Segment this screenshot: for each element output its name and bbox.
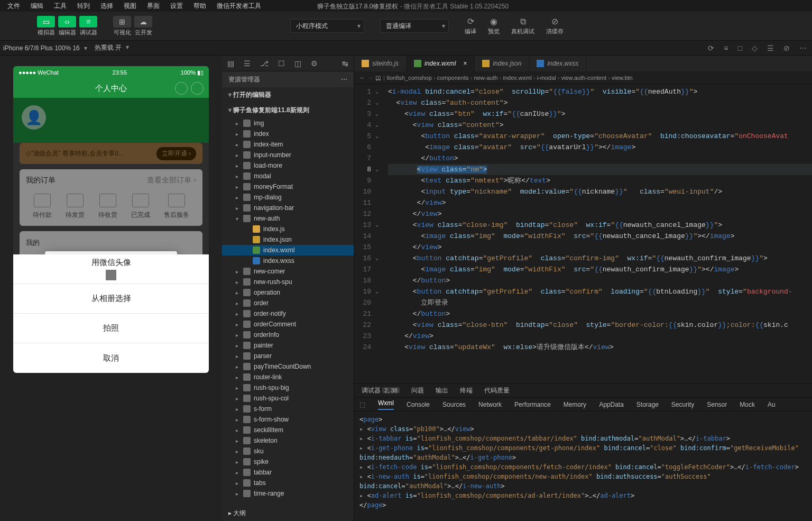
dbg-tab-1[interactable]: 问题 bbox=[409, 386, 426, 395]
menu-tools[interactable]: 工具 bbox=[49, 1, 72, 12]
devtools-tab-sources[interactable]: Sources bbox=[442, 401, 466, 408]
folder-img[interactable]: img bbox=[222, 118, 354, 129]
menu-view[interactable]: 视图 bbox=[118, 1, 142, 12]
hot-reload-toggle[interactable]: 热重载 开 bbox=[95, 43, 127, 52]
capsule-menu-icon[interactable] bbox=[175, 82, 188, 95]
sheet-take-photo[interactable]: 拍照 bbox=[13, 314, 209, 343]
project-heading[interactable]: 狮子鱼修复前端11.8新规则 bbox=[222, 103, 354, 118]
bc-back-icon[interactable]: ← bbox=[359, 75, 365, 81]
tab-siteinfo.js[interactable]: siteinfo.js bbox=[354, 56, 407, 71]
folder-index-item[interactable]: index-item bbox=[222, 139, 354, 150]
folder-new-rush-spu[interactable]: new-rush-spu bbox=[222, 277, 354, 287]
folder-sku[interactable]: sku bbox=[222, 446, 354, 456]
folder-s-form-show[interactable]: s-form-show bbox=[222, 414, 354, 425]
sheet-wechat-avatar[interactable]: 用微信头像 bbox=[13, 254, 209, 284]
folder-index[interactable]: index bbox=[222, 129, 354, 139]
remote-debug-icon[interactable]: ⧉ bbox=[520, 17, 526, 26]
folder-new-auth[interactable]: new-auth bbox=[222, 213, 354, 224]
devbar-refresh-icon[interactable]: ⟳ bbox=[708, 44, 714, 52]
folder-time-range[interactable]: time-range bbox=[222, 488, 354, 499]
folder-modal[interactable]: modal bbox=[222, 171, 354, 181]
folder-order-notify[interactable]: order-notify bbox=[222, 308, 354, 319]
devtools-tab-console[interactable]: Console bbox=[407, 401, 430, 408]
menu-interface[interactable]: 界面 bbox=[142, 1, 165, 12]
devbar-more-icon[interactable]: ⋯ bbox=[799, 44, 807, 52]
folder-input-number[interactable]: input-number bbox=[222, 150, 354, 160]
folder-painter[interactable]: painter bbox=[222, 340, 354, 351]
menu-file[interactable]: 文件 bbox=[2, 1, 25, 12]
menu-edit[interactable]: 编辑 bbox=[25, 1, 49, 12]
folder-seckillItem[interactable]: seckillItem bbox=[222, 425, 354, 435]
folder-navigation-bar[interactable]: navigation-bar bbox=[222, 203, 354, 213]
device-select[interactable]: iPhone 6/7/8 Plus 100% 16 bbox=[3, 44, 85, 52]
explorer-files-icon[interactable]: ▤ bbox=[227, 59, 234, 68]
devtools-tab-au[interactable]: Au bbox=[768, 401, 776, 408]
file-index-wxss[interactable]: index.wxss bbox=[222, 255, 354, 266]
explorer-box-icon[interactable]: ◫ bbox=[294, 59, 301, 68]
dbg-tab-4[interactable]: 代码质量 bbox=[482, 386, 512, 395]
devtools-tab-wxml[interactable]: Wxml bbox=[378, 399, 394, 410]
devtools-tab-memory[interactable]: Memory bbox=[564, 401, 586, 408]
devbar-icon-5[interactable]: ☰ bbox=[767, 44, 774, 52]
devbar-icon-4[interactable]: ◇ bbox=[752, 44, 758, 52]
folder-moneyFormat[interactable]: moneyFormat bbox=[222, 181, 354, 192]
debugger-button[interactable]: ≡ bbox=[79, 16, 97, 28]
devtools-tab-network[interactable]: Network bbox=[478, 401, 502, 408]
vip-open-button[interactable]: 立即开通 › bbox=[156, 147, 196, 160]
folder-orderInfo[interactable]: orderInfo bbox=[222, 330, 354, 340]
devtools-tab-storage[interactable]: Storage bbox=[636, 401, 659, 408]
folder-spike[interactable]: spike bbox=[222, 456, 354, 467]
code-area[interactable]: 1⌄2⌄3⌄4⌄5⌄678⌄910111213⌄141516⌄171819⌄20… bbox=[354, 84, 812, 383]
vip-banner[interactable]: ◇ "顶级会员" 尊享特权,会员专享0…立即开通 › bbox=[20, 143, 202, 164]
folder-rush-spu-col[interactable]: rush-spu-col bbox=[222, 393, 354, 404]
sheet-from-album[interactable]: 从相册选择 bbox=[13, 284, 209, 314]
devbar-icon-6[interactable]: ⊘ bbox=[783, 44, 790, 52]
bc-fwd-icon[interactable]: → bbox=[367, 75, 373, 81]
folder-orderComment[interactable]: orderComment bbox=[222, 319, 354, 330]
compile-icon[interactable]: ⟳ bbox=[467, 16, 474, 26]
folder-payTimeCountDown[interactable]: payTimeCountDown bbox=[222, 361, 354, 372]
menu-goto[interactable]: 转到 bbox=[72, 1, 95, 12]
folder-mp-dialog[interactable]: mp-dialog bbox=[222, 192, 354, 203]
user-avatar[interactable]: 👤 bbox=[22, 105, 46, 130]
menu-select[interactable]: 选择 bbox=[95, 1, 118, 12]
folder-tabs[interactable]: tabs bbox=[222, 478, 354, 488]
folder-new-comer[interactable]: new-comer bbox=[222, 266, 354, 277]
tab-close-icon[interactable]: × bbox=[463, 60, 467, 67]
explorer-search-icon[interactable]: ☰ bbox=[244, 59, 251, 68]
menu-wechat-devtools[interactable]: 微信开发者工具 bbox=[211, 1, 266, 12]
file-index-json[interactable]: index.json bbox=[222, 234, 354, 245]
file-index-wxml[interactable]: index.wxml bbox=[222, 245, 354, 255]
folder-load-more[interactable]: load-more bbox=[222, 160, 354, 171]
explorer-branch-icon[interactable]: ⎇ bbox=[260, 59, 269, 68]
dbg-tab-0[interactable]: 调试器 2, 38 bbox=[359, 386, 402, 395]
devtools-tab-sensor[interactable]: Sensor bbox=[707, 401, 727, 408]
compile-select[interactable]: 普通编译 bbox=[380, 19, 449, 33]
folder-router-link[interactable]: router-link bbox=[222, 372, 354, 382]
explorer-gear-icon[interactable]: ⚙ bbox=[311, 59, 318, 68]
folder-operation[interactable]: operation bbox=[222, 287, 354, 298]
devbar-icon-3[interactable]: □ bbox=[738, 44, 742, 52]
devtools-tab-appdata[interactable]: AppData bbox=[599, 401, 624, 408]
tab-index.wxml[interactable]: index.wxml× bbox=[407, 56, 475, 71]
explorer-more-icon[interactable]: ⋯ bbox=[341, 76, 347, 83]
tab-index.json[interactable]: index.json bbox=[475, 56, 529, 71]
simulator-button[interactable]: ▭ bbox=[37, 16, 55, 28]
folder-skeleton[interactable]: skeleton bbox=[222, 435, 354, 446]
clear-cache-icon[interactable]: ⊘ bbox=[551, 16, 558, 26]
explorer-ext-icon[interactable]: ☐ bbox=[278, 59, 285, 68]
wxml-tree[interactable]: <page> ▸ <view class="pb100">…</view> ▸ … bbox=[354, 412, 812, 521]
editor-button[interactable]: ‹› bbox=[58, 16, 76, 28]
outline-heading[interactable]: 大纲 bbox=[222, 506, 354, 521]
sheet-cancel[interactable]: 取消 bbox=[13, 343, 209, 373]
visualize-button[interactable]: ⊞ bbox=[113, 16, 131, 28]
dbg-tab-3[interactable]: 终端 bbox=[458, 386, 475, 395]
folder-parser[interactable]: parser bbox=[222, 351, 354, 361]
file-index-js[interactable]: index.js bbox=[222, 224, 354, 234]
capsule-close-icon[interactable] bbox=[191, 82, 204, 95]
dbg-tab-2[interactable]: 输出 bbox=[433, 386, 450, 395]
menu-help[interactable]: 帮助 bbox=[188, 1, 211, 12]
devtools-elements-icon[interactable]: ⬚ bbox=[359, 401, 365, 408]
mode-select[interactable]: 小程序模式 bbox=[290, 19, 364, 33]
devtools-tab-security[interactable]: Security bbox=[671, 401, 694, 408]
